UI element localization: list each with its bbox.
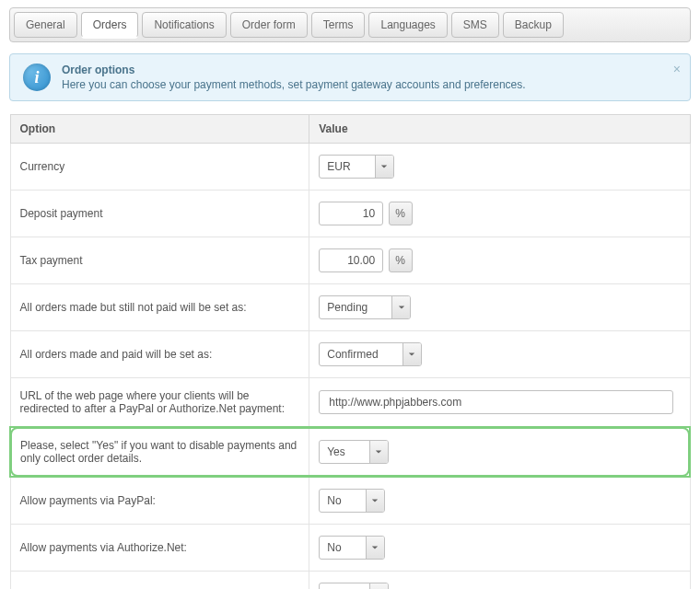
tab-backup[interactable]: Backup (503, 12, 564, 38)
info-icon: i (23, 64, 51, 91)
label-redirect-url: URL of the web page where your clients w… (10, 378, 309, 428)
label-disable-payments: Please, select "Yes" if you want to disa… (10, 427, 309, 477)
row-redirect-url: URL of the web page where your clients w… (10, 378, 690, 428)
tab-general[interactable]: General (14, 12, 77, 38)
row-currency: Currency EUR (10, 144, 690, 191)
chevron-down-icon (391, 296, 410, 318)
percent-unit: % (389, 202, 413, 225)
col-option: Option (10, 115, 309, 144)
disable-payments-select[interactable]: Yes (319, 440, 389, 464)
row-authorize: Allow payments via Authorize.Net: No (10, 525, 690, 572)
label-paypal: Allow payments via PayPal: (10, 477, 309, 525)
percent-unit: % (389, 248, 413, 272)
close-icon[interactable]: × (673, 62, 681, 76)
chevron-down-icon (369, 441, 388, 463)
row-unpaid-status: All orders made but still not paid will … (10, 284, 690, 331)
info-banner: i Order options Here you can choose your… (9, 53, 691, 101)
row-cash: Allow cash payments: Yes (10, 572, 690, 590)
tab-terms[interactable]: Terms (311, 12, 366, 38)
row-paid-status: All orders made and paid will be set as:… (10, 331, 690, 378)
row-disable-payments: Please, select "Yes" if you want to disa… (10, 427, 690, 477)
label-authorize: Allow payments via Authorize.Net: (10, 525, 309, 572)
chevron-down-icon (366, 490, 384, 512)
label-unpaid-status: All orders made but still not paid will … (10, 284, 309, 331)
currency-select[interactable]: EUR (319, 155, 393, 179)
info-title: Order options (62, 64, 662, 76)
label-tax: Tax payment (10, 237, 309, 284)
chevron-down-icon (366, 537, 384, 559)
paypal-select[interactable]: No (319, 489, 384, 513)
col-value: Value (309, 115, 690, 144)
tax-input[interactable] (319, 248, 383, 272)
unpaid-status-select[interactable]: Pending (319, 295, 411, 319)
tab-notifications[interactable]: Notifications (142, 12, 226, 38)
tab-bar: General Orders Notifications Order form … (9, 7, 691, 42)
chevron-down-icon (402, 343, 421, 365)
label-cash: Allow cash payments: (10, 572, 309, 590)
chevron-down-icon (369, 583, 388, 589)
options-table: Option Value Currency EUR Deposit paymen… (9, 114, 691, 589)
info-desc: Here you can choose your payment methods… (62, 78, 662, 91)
deposit-input[interactable] (319, 202, 383, 225)
redirect-url-input[interactable] (319, 390, 672, 414)
row-deposit: Deposit payment % (10, 191, 690, 237)
cash-select[interactable]: Yes (319, 583, 389, 589)
tab-languages[interactable]: Languages (368, 12, 447, 38)
row-tax: Tax payment % (10, 237, 690, 284)
authorize-select[interactable]: No (319, 536, 384, 560)
tab-orders[interactable]: Orders (81, 12, 139, 38)
paid-status-select[interactable]: Confirmed (319, 342, 421, 366)
label-deposit: Deposit payment (10, 191, 309, 237)
label-paid-status: All orders made and paid will be set as: (10, 331, 309, 378)
label-currency: Currency (10, 144, 309, 191)
tab-order-form[interactable]: Order form (230, 12, 308, 38)
tab-sms[interactable]: SMS (451, 12, 499, 38)
chevron-down-icon (375, 156, 393, 178)
row-paypal: Allow payments via PayPal: No (10, 477, 690, 525)
